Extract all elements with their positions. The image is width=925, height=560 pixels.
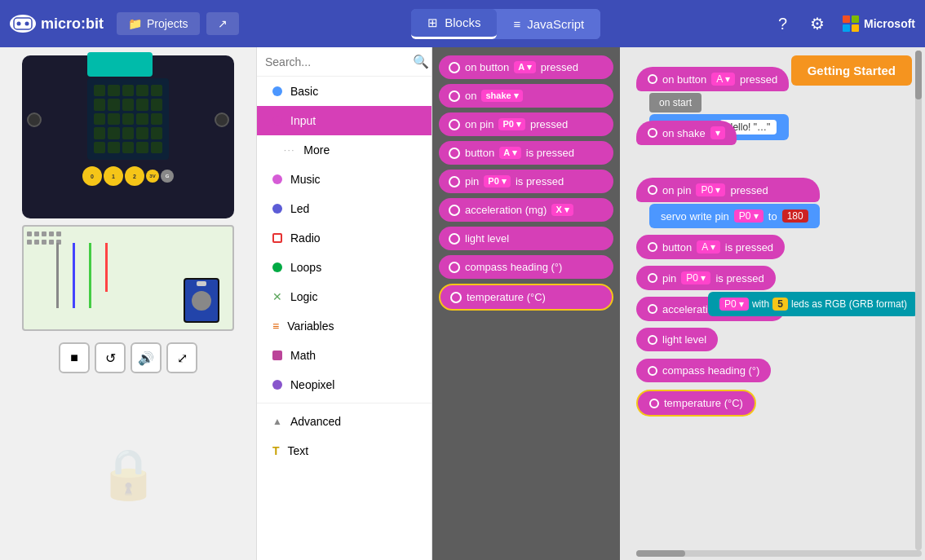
ws-on-button-a[interactable]: on button A ▾ pressed: [636, 67, 789, 91]
led-matrix: [87, 78, 169, 160]
scrollbar-thumb-h[interactable]: [636, 550, 685, 557]
scrollbar-thumb-v[interactable]: [915, 51, 922, 99]
variables-icon: ≡: [272, 320, 279, 333]
sidebar-item-label-logic: Logic: [290, 290, 317, 303]
block-circle-icon-3: [449, 119, 460, 130]
sidebar-divider: [257, 403, 432, 403]
share-button[interactable]: ↗: [206, 12, 239, 35]
button-a[interactable]: [27, 112, 42, 127]
svg-rect-0: [14, 18, 32, 29]
sidebar-item-variables[interactable]: ≡ Variables: [257, 311, 432, 341]
javascript-tab[interactable]: ≡ JavaScript: [497, 9, 600, 39]
block-light-level[interactable]: light level: [439, 227, 613, 250]
fullscreen-button[interactable]: ⤢: [166, 342, 197, 373]
ws-button-pressed-value: button A ▾ is pressed: [636, 235, 785, 259]
stop-button[interactable]: ■: [59, 342, 90, 373]
logo-text: micro:bit: [41, 15, 104, 33]
sidebar: 🔍 Basic Input ··· More Music Led Radio: [257, 47, 432, 560]
folder-icon: 📁: [128, 17, 142, 30]
sidebar-item-text[interactable]: T Text: [257, 436, 432, 465]
block-on-gesture[interactable]: on shake ▾: [439, 84, 613, 108]
music-color-dot: [272, 174, 282, 184]
block-circle-icon-2: [449, 90, 460, 102]
ws-compass-heading[interactable]: compass heading (°): [636, 359, 771, 382]
ws-compass-heading-value: compass heading (°): [636, 359, 771, 382]
workspace[interactable]: Getting Started on button A ▾ pressed on…: [620, 47, 925, 560]
block-circle-icon-7: [449, 233, 460, 245]
block-circle-icon-9: [450, 292, 462, 303]
editor-tab-group: ⊞ Blocks ≡ JavaScript: [411, 9, 600, 39]
sidebar-item-led[interactable]: Led: [257, 194, 432, 223]
workspace-scrollbar-h[interactable]: [636, 550, 922, 557]
sound-button[interactable]: 🔊: [131, 342, 162, 373]
getting-started-button[interactable]: Getting Started: [791, 55, 912, 86]
ws-temperature[interactable]: temperature (°C): [636, 390, 756, 417]
text-icon: T: [272, 444, 280, 457]
neopixel-color-dot: [272, 380, 282, 390]
blocks-panel: on button A ▾ pressed on shake ▾ on pin …: [432, 47, 620, 560]
sidebar-item-label-input: Input: [290, 114, 316, 127]
sidebar-item-label-loops: Loops: [290, 261, 321, 274]
block-circle-icon-8: [449, 262, 460, 273]
block-circle-icon-6: [449, 205, 460, 216]
ws-on-pin-stack: on pin P0 ▾ pressed servo write pin P0 ▾…: [636, 178, 820, 228]
search-icon[interactable]: 🔍: [413, 54, 429, 69]
sidebar-item-math[interactable]: Math: [257, 341, 432, 370]
sidebar-item-music[interactable]: Music: [257, 165, 432, 194]
block-button-is-pressed[interactable]: button A ▾ is pressed: [439, 141, 613, 165]
blocks-icon: ⊞: [427, 15, 438, 30]
ws-temperature-value: temperature (°C): [636, 390, 756, 417]
sidebar-item-more[interactable]: ··· More: [257, 135, 432, 165]
ws-servo-write[interactable]: servo write pin P0 ▾ to 180: [649, 204, 820, 228]
sim-controls: ■ ↺ 🔊 ⤢: [59, 342, 197, 373]
block-acceleration[interactable]: acceleration (mg) X ▾: [439, 198, 613, 222]
sidebar-item-basic[interactable]: Basic: [257, 77, 432, 106]
loops-color-dot: [272, 262, 282, 272]
projects-button[interactable]: 📁 Projects: [117, 12, 200, 35]
search-bar: 🔍: [257, 47, 432, 77]
ws-light-level[interactable]: light level: [636, 328, 718, 351]
search-input[interactable]: [265, 55, 408, 68]
block-on-button-pressed[interactable]: on button A ▾ pressed: [439, 55, 613, 79]
sim-watermark: 🔒: [98, 445, 159, 503]
logo-area: micro:bit: [10, 15, 104, 33]
ws-button-is-pressed[interactable]: button A ▾ is pressed: [636, 235, 785, 259]
basic-color-dot: [272, 86, 282, 96]
blocks-tab[interactable]: ⊞ Blocks: [411, 9, 497, 39]
sidebar-item-label-neopixel: Neopixel: [290, 378, 334, 391]
ws-pin-is-pressed[interactable]: pin P0 ▾ is pressed: [636, 266, 776, 290]
javascript-icon: ≡: [513, 17, 520, 31]
block-on-pin-pressed[interactable]: on pin P0 ▾ pressed: [439, 112, 613, 136]
sidebar-item-logic[interactable]: ✕ Logic: [257, 282, 432, 311]
sidebar-item-advanced[interactable]: ▲ Advanced: [257, 407, 432, 436]
sidebar-item-loops[interactable]: Loops: [257, 253, 432, 282]
ws-shake-body: [649, 145, 737, 161]
sidebar-item-label-radio: Radio: [290, 231, 321, 245]
ws-on-start[interactable]: on start: [649, 93, 701, 112]
settings-button[interactable]: ⚙: [802, 9, 833, 38]
block-compass-heading[interactable]: compass heading (°): [439, 255, 613, 279]
ws-neopixel-strip[interactable]: P0 ▾ with 5 leds as RGB (GRB format): [708, 292, 918, 316]
workspace-scrollbar-v[interactable]: [915, 51, 922, 550]
wire-red: [105, 243, 108, 292]
help-button[interactable]: ?: [770, 10, 795, 38]
sidebar-item-input[interactable]: Input: [257, 106, 432, 135]
sidebar-item-neopixel[interactable]: Neopixel: [257, 370, 432, 399]
sidebar-item-label-variables: Variables: [287, 320, 334, 333]
restart-button[interactable]: ↺: [95, 342, 126, 373]
sidebar-item-label-music: Music: [290, 173, 321, 186]
wire-green: [89, 243, 91, 308]
ws-on-pin[interactable]: on pin P0 ▾ pressed: [636, 178, 820, 202]
block-temperature[interactable]: temperature (°C): [439, 284, 613, 311]
microbit-device: 0 1 2 3V G: [22, 55, 234, 218]
sidebar-item-radio[interactable]: Radio: [257, 223, 432, 253]
button-b[interactable]: [215, 112, 229, 127]
ws-on-shake[interactable]: on shake ▾: [636, 121, 737, 145]
servo-component: [184, 278, 219, 323]
microsoft-squares-icon: [843, 15, 859, 32]
svg-point-2: [25, 22, 29, 26]
breadboard: [22, 225, 234, 331]
pin-row: 0 1 2 3V G: [82, 166, 174, 186]
block-pin-is-pressed[interactable]: pin P0 ▾ is pressed: [439, 170, 613, 193]
ws-on-shake-stack: on shake ▾: [636, 121, 737, 161]
